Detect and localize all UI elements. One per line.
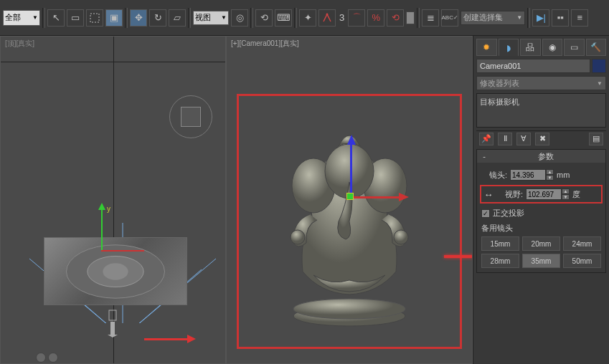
lens-value-input[interactable]: 14.396 (510, 169, 546, 181)
svg-rect-0 (90, 14, 99, 22)
dot-icon (48, 353, 58, 363)
snap-3d-button[interactable] (318, 9, 336, 27)
selection-filter-dropdown[interactable]: 全部 ▼ (3, 10, 40, 26)
window-crossing-button[interactable]: ▣ (105, 9, 123, 27)
motion-icon: ◉ (549, 42, 556, 52)
stack-item[interactable]: 目标摄影机 (480, 97, 603, 107)
angle-3-label: 3 (338, 12, 346, 23)
configure-button[interactable]: ▤ (589, 133, 603, 145)
object-top-bounds (44, 237, 187, 305)
rollup-navigator-icons (36, 353, 58, 363)
tab-hierarchy[interactable]: 品 (520, 39, 541, 56)
snap-2d-button[interactable]: ✦ (299, 9, 316, 27)
angle-snap-button[interactable]: ⌒ (348, 9, 365, 27)
selection-set-label: 创建选择集 (463, 12, 503, 23)
select-by-name-button[interactable]: ▭ (67, 9, 84, 27)
spinner-snap-button[interactable]: ⟲ (387, 9, 404, 27)
collapse-icon: - (480, 152, 488, 161)
chevron-down-icon: ▼ (221, 14, 227, 21)
stock-lens-24[interactable]: 24mm (563, 236, 601, 251)
pivot-center-button[interactable]: ◎ (231, 9, 248, 27)
stock-lens-35[interactable]: 35mm (522, 254, 560, 268)
dot-icon (36, 353, 46, 363)
fov-spinner-down[interactable]: ▼ (562, 194, 570, 200)
tab-modify[interactable]: ◗ (499, 39, 519, 56)
stock-lens-28[interactable]: 28mm (481, 254, 519, 268)
hammer-icon: 🔨 (590, 42, 601, 52)
ortho-label: 正交投影 (493, 208, 524, 219)
safe-frame (237, 94, 462, 349)
selection-set-dropdown[interactable]: 创建选择集 ▼ (461, 11, 525, 25)
unique-button[interactable]: ∀ (516, 133, 531, 145)
modifier-stack[interactable]: 目标摄影机 (476, 93, 606, 128)
select-move-button[interactable]: ✥ (130, 9, 147, 27)
svg-point-10 (293, 299, 405, 319)
stock-lens-15[interactable]: 15mm (481, 236, 519, 251)
object-color-swatch[interactable] (592, 59, 606, 73)
percent-snap-button[interactable]: % (367, 9, 384, 27)
lens-spin

ner-up[interactable]: ▲ (546, 169, 554, 175)
top-view-scene: y (29, 194, 202, 309)
object-name-field[interactable]: Camera001 (476, 59, 590, 73)
pin-stack-button[interactable]: 📌 (479, 133, 494, 145)
modifier-list-dropdown[interactable]: 修改器列表 ▼ (476, 76, 606, 90)
align-button[interactable]: ▪▪ (552, 9, 569, 27)
hierarchy-icon: 品 (526, 42, 534, 54)
command-panel-tabs: ✹ ◗ 品 ◉ ▭ 🔨 (476, 39, 606, 56)
viewport-camera[interactable]: [+][Camera001][真实] GX I网 system (226, 36, 473, 364)
stock-lens-grid: 15mm 20mm 24mm 28mm 35mm 50mm (481, 236, 601, 268)
modifier-stack-toolbar: 📌 Ⅱ ∀ ✖ ▤ (476, 130, 606, 146)
ortho-checkbox[interactable]: ✓ (481, 209, 490, 218)
fov-direction-icon[interactable]: ↔ (483, 189, 494, 200)
remove-button[interactable]: ✖ (535, 133, 549, 145)
named-selection-button[interactable]: ≣ (422, 9, 439, 27)
svg-rect-6 (109, 310, 116, 320)
select-rotate-button[interactable]: ↻ (149, 9, 166, 27)
lens-spinner-down[interactable]: ▼ (546, 175, 554, 181)
params-rollup-header[interactable]: - 参数 (477, 150, 605, 163)
main-area: [顶][真实] (0, 36, 609, 364)
select-scale-button[interactable]: ▱ (169, 9, 186, 27)
mirror-button[interactable]: ▶| (532, 9, 549, 27)
viewport-top[interactable]: [顶][真实] (0, 36, 226, 364)
fov-label: 视野: (497, 189, 523, 200)
show-end-button[interactable]: Ⅱ (498, 133, 512, 145)
stock-lens-label: 备用镜头 (481, 223, 601, 234)
display-icon: ▭ (570, 42, 578, 52)
tab-create[interactable]: ✹ (476, 39, 497, 56)
params-rollup: - 参数 镜头: 14.396 ▲ ▼ mm ↔ (476, 149, 606, 273)
abc-button[interactable]: ABC✓ (441, 9, 458, 27)
select-object-button[interactable]: ↖ (47, 9, 65, 27)
tab-utilities[interactable]: 🔨 (586, 39, 607, 56)
chevron-down-icon: ▼ (516, 14, 522, 21)
chevron-down-icon: ▼ (32, 14, 38, 21)
svg-point-15 (394, 230, 408, 244)
fov-spinner-up[interactable]: ▲ (562, 188, 570, 194)
arc-icon: ◗ (506, 43, 511, 53)
annotation-arrow-icon (444, 252, 473, 262)
sun-icon: ✹ (483, 42, 490, 52)
keyboard-button[interactable]: ⌨ (275, 9, 292, 27)
layers-button[interactable]: ≡ (571, 9, 588, 27)
camera-icon[interactable] (106, 309, 119, 337)
filter-label: 全部 (5, 12, 21, 23)
viewport-top-label: [顶][真实] (5, 39, 34, 49)
modifier-list-label: 修改器列表 (480, 78, 519, 89)
tab-display[interactable]: ▭ (564, 39, 585, 56)
tab-motion[interactable]: ◉ (542, 39, 563, 56)
reference-coord-dropdown[interactable]: 视图 ▼ (193, 11, 229, 25)
fov-value-input[interactable]: 102.697 (526, 188, 562, 200)
rectangle-select-button[interactable] (86, 9, 103, 27)
viewcube[interactable] (169, 95, 212, 138)
stock-lens-20[interactable]: 20mm (522, 236, 560, 251)
angle-input[interactable] (406, 11, 415, 24)
lens-unit: mm (557, 171, 570, 179)
lens-label: 镜头: (481, 170, 507, 181)
chevron-down-icon: ▼ (597, 80, 603, 87)
stock-lens-50[interactable]: 50mm (563, 254, 601, 268)
coord-label: 视图 (195, 12, 211, 23)
main-toolbar: 全部 ▼ ↖ ▭ ▣ ✥ ↻ ▱ 视图 ▼ ◎ ⟲ ⌨ ✦ 3 ⌒ % ⟲ ≣ … (0, 0, 609, 36)
svg-point-14 (291, 230, 305, 244)
statue-model (263, 114, 435, 329)
manipulate-button[interactable]: ⟲ (255, 9, 273, 27)
